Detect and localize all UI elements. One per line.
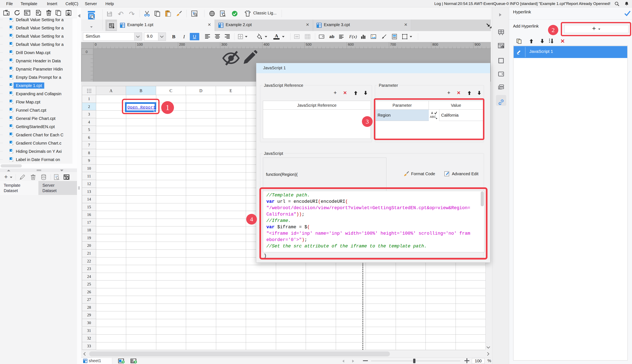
- row-header-14[interactable]: 14: [82, 195, 96, 203]
- advanced-edit-button[interactable]: Advanced Edit: [444, 170, 478, 178]
- condition-attributes-icon[interactable]: [498, 84, 505, 91]
- row-header-15[interactable]: 15: [82, 203, 96, 211]
- row-header-1[interactable]: 1: [82, 95, 96, 103]
- hyperlink-icon[interactable]: [498, 99, 505, 106]
- refresh-icon[interactable]: [14, 10, 20, 16]
- delete-icon[interactable]: [46, 10, 52, 16]
- column-header-C[interactable]: C: [156, 86, 186, 95]
- tree-item[interactable]: Label in Date Format on: [0, 156, 77, 164]
- hyperlink-list-item-selected[interactable]: JavaScript 1: [514, 46, 627, 58]
- tree-item[interactable]: Default Value Setting for a: [0, 32, 77, 40]
- split-cells-icon[interactable]: [305, 34, 310, 40]
- menu-help[interactable]: Help: [105, 0, 114, 8]
- tab-list-icon[interactable]: [485, 22, 492, 28]
- undo-icon[interactable]: ↶: [118, 10, 124, 18]
- sheet-tab-sheet1[interactable]: sheet1: [81, 358, 112, 364]
- tree-item[interactable]: Default Value Setting for a: [0, 18, 77, 24]
- bell-icon[interactable]: [624, 1, 629, 6]
- row-header-9[interactable]: 9: [82, 157, 96, 164]
- tree-item[interactable]: Drill Down Map.cpt: [0, 48, 77, 57]
- row-header-8[interactable]: 8: [82, 149, 96, 157]
- report-search-icon[interactable]: [219, 10, 226, 17]
- paste-icon[interactable]: [165, 10, 171, 17]
- paste-locked-icon[interactable]: [65, 10, 72, 16]
- underline-button[interactable]: U: [190, 33, 199, 40]
- redo-icon[interactable]: ↷: [129, 10, 135, 18]
- new-folder-icon[interactable]: [3, 10, 10, 16]
- tab-example2[interactable]: Example 2.cpt ✕: [215, 20, 313, 31]
- add-dataset-dropdown-icon[interactable]: [10, 177, 12, 178]
- tab-example3[interactable]: Example 3.cpt ✕: [313, 20, 411, 31]
- font-size-select[interactable]: 9.0: [144, 32, 166, 41]
- tree-item-label[interactable]: Gradient Column Chart.c: [14, 140, 64, 146]
- row-header-3[interactable]: 3: [82, 110, 96, 118]
- menu-insert[interactable]: Insert: [47, 0, 57, 8]
- merge-cells-icon[interactable]: [294, 34, 300, 40]
- tree-item-label[interactable]: Expanding and Collapsin: [14, 91, 64, 97]
- tree-item[interactable]: General Pie Chart.cpt: [0, 114, 77, 122]
- tree-item[interactable]: GettingStartedEN.cpt: [0, 122, 77, 131]
- tree-item-label[interactable]: Example 1.cpt: [14, 82, 44, 89]
- ref-move-down-icon[interactable]: [363, 90, 368, 96]
- scroll-right-icon[interactable]: [486, 352, 489, 356]
- insert-shape-icon[interactable]: [402, 34, 408, 40]
- sort-icon[interactable]: [548, 38, 554, 44]
- param-add-icon[interactable]: +: [446, 90, 451, 95]
- tree-item[interactable]: Expanding and Collapsin: [0, 90, 77, 98]
- copy-icon[interactable]: [154, 10, 161, 17]
- tree-item-label[interactable]: Default Value Setting for a: [14, 33, 66, 39]
- template-version-button[interactable]: [82, 8, 101, 30]
- tree-item-label[interactable]: General Pie Chart.cpt: [14, 115, 58, 122]
- tree-item[interactable]: Funnel Chart.cpt: [0, 106, 77, 114]
- delete-hyperlink-icon[interactable]: ✕: [560, 38, 565, 44]
- row-header-16[interactable]: 16: [82, 211, 96, 218]
- column-header-D[interactable]: D: [186, 86, 216, 95]
- panel-splitter[interactable]: [0, 169, 77, 172]
- insert-widget-icon[interactable]: [319, 34, 325, 40]
- column-header-A[interactable]: A: [96, 86, 126, 95]
- row-header-23[interactable]: 23: [82, 265, 96, 273]
- row-header-10[interactable]: 10: [82, 164, 96, 172]
- rich-text-icon[interactable]: [339, 34, 344, 40]
- tree-item-label[interactable]: Gradient Chart for Each C: [14, 132, 66, 138]
- apply-check-icon[interactable]: [624, 10, 631, 16]
- zoom-slider-thumb[interactable]: [413, 359, 415, 363]
- row-header-27[interactable]: 27: [82, 296, 96, 304]
- zoom-in-icon[interactable]: [464, 358, 469, 363]
- tree-item[interactable]: Default Value Setting for a: [0, 24, 77, 32]
- tab-server-dataset[interactable]: ServerDataset: [39, 181, 77, 195]
- tree-item[interactable]: Flow Map.cpt: [0, 98, 77, 106]
- collapse-down-icon[interactable]: [60, 170, 63, 171]
- delete-dataset-icon[interactable]: [30, 174, 36, 180]
- new-template-tab-button[interactable]: [107, 21, 117, 30]
- menu-template[interactable]: Template: [21, 0, 37, 8]
- search-icon[interactable]: [614, 1, 620, 6]
- row-header-12[interactable]: 12: [82, 180, 96, 188]
- web-preview-icon[interactable]: [209, 10, 215, 17]
- tree-item-label[interactable]: Dynamic Header in Data: [14, 58, 63, 64]
- collapse-right-icon[interactable]: [499, 13, 501, 16]
- row-header-21[interactable]: 21: [82, 250, 96, 257]
- align-right-icon[interactable]: [224, 34, 230, 40]
- select-all-corner[interactable]: [82, 86, 96, 95]
- tab-example1[interactable]: Example 1.cpt ✕: [117, 20, 214, 31]
- tree-item-label[interactable]: Funnel Chart.cpt: [14, 107, 49, 113]
- grid-horizontal-scrollbar[interactable]: [82, 350, 491, 358]
- zoom-out-icon[interactable]: [363, 360, 368, 361]
- zoom-value-input[interactable]: 100: [472, 358, 485, 364]
- font-family-select[interactable]: SimSun: [83, 32, 142, 41]
- scroll-left-icon[interactable]: [84, 352, 87, 356]
- tree-item-label[interactable]: Default Value Setting for a: [14, 25, 66, 31]
- param-delete-icon[interactable]: ✕: [456, 90, 461, 96]
- close-tab-icon[interactable]: ✕: [305, 22, 310, 27]
- tree-item-label[interactable]: Flow Map.cpt: [14, 99, 43, 105]
- row-header-6[interactable]: 6: [82, 134, 96, 142]
- row-header-7[interactable]: 7: [82, 141, 96, 149]
- insert-text-icon[interactable]: ab: [328, 33, 336, 40]
- tree-item[interactable]: Dynamic Header in Data: [0, 57, 77, 65]
- insert-line-icon[interactable]: [381, 34, 387, 40]
- tree-item-label[interactable]: Drill Down Map.cpt: [14, 50, 53, 56]
- preview-data-icon[interactable]: [41, 174, 47, 180]
- row-header-5[interactable]: 5: [82, 126, 96, 134]
- param-move-up-icon[interactable]: [467, 90, 472, 96]
